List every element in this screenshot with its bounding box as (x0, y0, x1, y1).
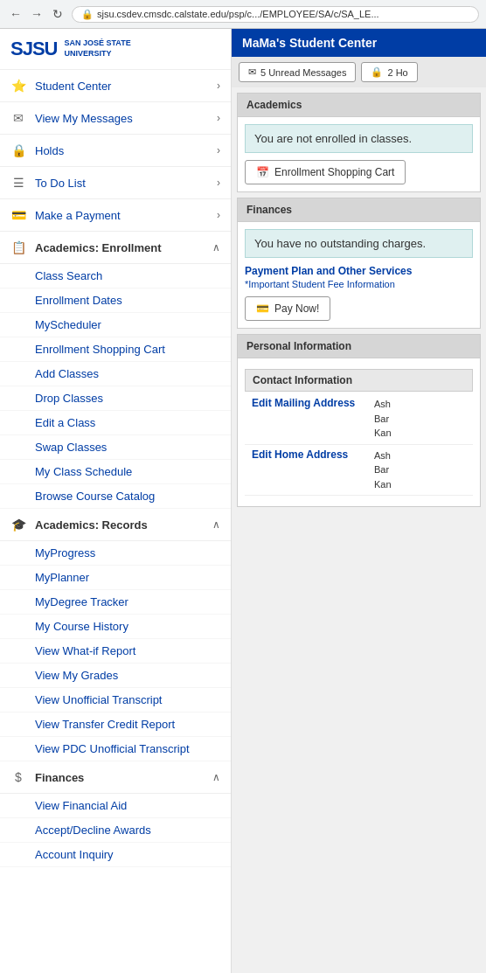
subnav-view-financial-aid[interactable]: View Financial Aid (0, 794, 231, 818)
list-icon: ☰ (10, 176, 26, 190)
action-bar: ✉ 5 Unread Messages 🔒 2 Ho (232, 57, 486, 87)
envelope-icon: ✉ (248, 66, 256, 78)
chevron-right-icon: › (217, 177, 220, 189)
personal-info-body: Contact Information Edit Mailing Address… (238, 358, 480, 506)
enrollment-shopping-cart-button[interactable]: 📅 Enrollment Shopping Cart (245, 160, 406, 184)
dollar-icon: $ (10, 770, 26, 784)
edit-mailing-address-link[interactable]: Edit Mailing Address (252, 397, 374, 409)
sjsu-logo-area: SJSU SAN JOSÉ STATE UNIVERSITY (0, 29, 231, 70)
academics-panel-body: You are not enrolled in classes. 📅 Enrol… (238, 117, 480, 191)
url-text: sjsu.csdev.cmsdc.calstate.edu/psp/c.../E… (97, 9, 379, 19)
contact-info-section: Contact Information Edit Mailing Address… (245, 369, 473, 496)
envelope-icon: ✉ (10, 111, 26, 125)
subnav-view-what-if-report[interactable]: View What-if Report (0, 639, 231, 664)
sidebar-item-student-center[interactable]: ⭐ Student Center › (0, 70, 231, 102)
chevron-right-icon: › (217, 112, 220, 124)
chevron-right-icon: › (217, 209, 220, 221)
page-container: SJSU SAN JOSÉ STATE UNIVERSITY ⭐ Student… (0, 29, 486, 973)
graduation-icon: 🎓 (10, 518, 26, 532)
finances-subnav: View Financial Aid Accept/Decline Awards… (0, 794, 231, 867)
browser-chrome: ← → ↻ 🔒 sjsu.csdev.cmsdc.calstate.edu/ps… (0, 0, 486, 29)
lock-icon: 🔒 (371, 66, 383, 78)
back-button[interactable]: ← (7, 5, 24, 23)
chevron-right-icon: › (217, 80, 220, 92)
lock-icon: 🔒 (10, 143, 26, 157)
chevron-right-icon: › (217, 144, 220, 156)
unread-messages-button[interactable]: ✉ 5 Unread Messages (239, 62, 356, 82)
subnav-view-my-grades[interactable]: View My Grades (0, 664, 231, 688)
finances-panel-body: You have no outstanding charges. Payment… (238, 222, 480, 328)
academics-panel: Academics You are not enrolled in classe… (237, 93, 481, 192)
academics-panel-header: Academics (238, 94, 480, 117)
subnav-accept-decline-awards[interactable]: Accept/Decline Awards (0, 818, 231, 843)
sidebar-item-to-do-list[interactable]: ☰ To Do List › (0, 167, 231, 199)
subnav-my-class-schedule[interactable]: My Class Schedule (0, 460, 231, 484)
edit-home-address-link[interactable]: Edit Home Address (252, 448, 374, 461)
subnav-account-inquiry[interactable]: Account Inquiry (0, 843, 231, 867)
sjsu-logo: SJSU (10, 38, 57, 60)
card-icon: 💳 (10, 208, 26, 222)
forward-button[interactable]: → (28, 5, 45, 23)
subnav-enrollment-dates[interactable]: Enrollment Dates (0, 288, 231, 313)
subnav-myplanner[interactable]: MyPlanner (0, 566, 231, 590)
home-address-row: Edit Home Address Ash Bar Kan (245, 445, 473, 497)
subnav-view-pdc-transcript[interactable]: View PDC Unofficial Transcript (0, 737, 231, 761)
chevron-up-icon: ∧ (212, 518, 220, 531)
payment-plan-link[interactable]: Payment Plan and Other Services (245, 265, 473, 277)
finances-panel: Finances You have no outstanding charges… (237, 198, 481, 329)
mailing-address-info: Ash Bar Kan (374, 397, 392, 441)
personal-info-header: Personal Information (238, 335, 480, 358)
ssl-lock-icon: 🔒 (81, 9, 94, 20)
personal-info-panel: Personal Information Contact Information… (237, 334, 481, 507)
subnav-class-search[interactable]: Class Search (0, 264, 231, 288)
finances-header[interactable]: $ Finances ∧ (0, 761, 231, 794)
address-bar[interactable]: 🔒 sjsu.csdev.cmsdc.calstate.edu/psp/c...… (72, 6, 479, 23)
subnav-myscheduler[interactable]: MyScheduler (0, 313, 231, 337)
sidebar-item-make-payment[interactable]: 💳 Make a Payment › (0, 199, 231, 232)
browser-nav[interactable]: ← → ↻ (7, 5, 66, 23)
subnav-my-course-history[interactable]: My Course History (0, 615, 231, 639)
chevron-up-icon: ∧ (212, 771, 220, 783)
academics-enrollment-header[interactable]: 📋 Academics: Enrollment ∧ (0, 232, 231, 264)
subnav-view-transfer-credit[interactable]: View Transfer Credit Report (0, 712, 231, 737)
subnav-view-unofficial-transcript[interactable]: View Unofficial Transcript (0, 688, 231, 712)
academics-enrollment-subnav: Class Search Enrollment Dates MySchedule… (0, 264, 231, 509)
student-center-header: MaMa's Student Center (232, 29, 486, 57)
not-enrolled-notice: You are not enrolled in classes. (245, 124, 473, 153)
clipboard-icon: 📋 (10, 240, 26, 254)
main-content: MaMa's Student Center ✉ 5 Unread Message… (232, 29, 486, 973)
star-icon: ⭐ (10, 79, 26, 93)
home-address-info: Ash Bar Kan (374, 448, 392, 492)
sidebar-item-view-messages[interactable]: ✉ View My Messages › (0, 102, 231, 135)
subnav-enrollment-shopping-cart[interactable]: Enrollment Shopping Cart (0, 337, 231, 362)
subnav-browse-course-catalog[interactable]: Browse Course Catalog (0, 484, 231, 509)
subnav-swap-classes[interactable]: Swap Classes (0, 435, 231, 460)
refresh-button[interactable]: ↻ (49, 5, 66, 23)
sidebar-item-holds[interactable]: 🔒 Holds › (0, 135, 231, 167)
holds-button[interactable]: 🔒 2 Ho (361, 62, 417, 82)
subnav-myprogress[interactable]: MyProgress (0, 541, 231, 566)
chevron-up-icon: ∧ (212, 241, 220, 254)
finances-panel-header: Finances (238, 198, 480, 222)
academics-records-subnav: MyProgress MyPlanner MyDegree Tracker My… (0, 541, 231, 761)
mailing-address-row: Edit Mailing Address Ash Bar Kan (245, 393, 473, 445)
subnav-edit-class[interactable]: Edit a Class (0, 411, 231, 435)
credit-card-icon: 💳 (256, 302, 269, 315)
pay-now-button[interactable]: 💳 Pay Now! (245, 296, 330, 321)
contact-info-header: Contact Information (245, 369, 473, 392)
sidebar: SJSU SAN JOSÉ STATE UNIVERSITY ⭐ Student… (0, 29, 232, 973)
sjsu-name: SAN JOSÉ STATE UNIVERSITY (64, 38, 130, 59)
subnav-drop-classes[interactable]: Drop Classes (0, 386, 231, 411)
subnav-add-classes[interactable]: Add Classes (0, 362, 231, 386)
academics-records-header[interactable]: 🎓 Academics: Records ∧ (0, 509, 231, 541)
calendar-icon: 📅 (256, 166, 269, 178)
fee-info-link[interactable]: *Important Student Fee Information (245, 279, 473, 289)
no-charges-notice: You have no outstanding charges. (245, 229, 473, 258)
subnav-mydegree-tracker[interactable]: MyDegree Tracker (0, 590, 231, 615)
